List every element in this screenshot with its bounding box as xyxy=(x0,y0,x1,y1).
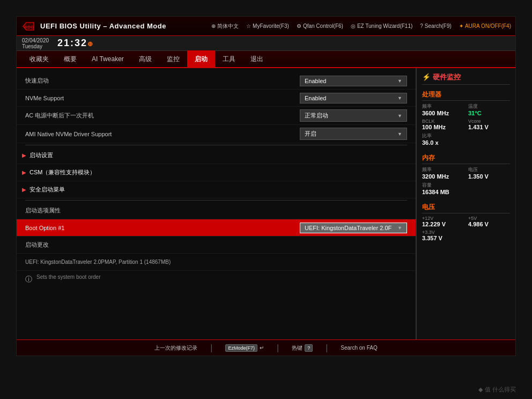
last-change-btn[interactable]: 上一次的修改记录 xyxy=(154,344,197,352)
copyright-bar: Version 2.17.1246. Copyright (C) 2019 Am… xyxy=(17,356,515,356)
search-faq-btn[interactable]: Search on FAQ xyxy=(341,345,377,351)
date-display: 02/04/2020 Tuesday xyxy=(22,38,49,49)
boot-option-attr-label: 启动选项属性 xyxy=(25,206,407,215)
ez-tuning-btn[interactable]: ◎ EZ Tuning Wizard(F11) xyxy=(351,23,412,29)
bclk-item: BCLK 100 MHz xyxy=(422,119,464,130)
ami-nvme-dropdown[interactable]: 开启 ▼ xyxy=(300,128,407,140)
vcore-value: 1.431 V xyxy=(468,124,510,130)
setting-row-nvme: NVMe Support Enabled ▼ xyxy=(17,90,416,107)
language-btn[interactable]: ⊕ 简体中文 xyxy=(211,23,239,30)
dropdown-arrow-icon: ▼ xyxy=(397,78,402,84)
header-left: ROG UEFI BIOS Utility – Advanced Mode xyxy=(21,21,166,32)
mem-freq-value: 3200 MHz xyxy=(422,173,464,180)
search-faq-label: Search on FAQ xyxy=(341,345,377,351)
boot-device-label: UEFI: KingstonDataTraveler 2.0PMAP, Part… xyxy=(25,259,407,265)
mem-freq-label: 频率 xyxy=(422,166,464,173)
nav-item-启动[interactable]: 启动 xyxy=(187,50,215,68)
nvme-value[interactable]: Enabled ▼ xyxy=(300,93,407,104)
nav-item-退出[interactable]: 退出 xyxy=(243,50,271,68)
watermark-text: 值 什么得买 xyxy=(485,386,516,394)
mem-cap-item: 容量 16384 MB xyxy=(422,182,464,195)
ami-nvme-label: AMI Native NVMe Driver Support xyxy=(25,131,300,137)
cpu-freq-item: 频率 3600 MHz xyxy=(422,103,464,116)
info-icon: ⓘ xyxy=(25,275,32,284)
nav-item-工具[interactable]: 工具 xyxy=(215,50,243,68)
boot-option-1-row[interactable]: Boot Option #1 UEFI: KingstonDataTravele… xyxy=(17,219,416,237)
5v-item: +5V 4.986 V xyxy=(468,216,510,227)
ac-power-label: AC 电源中断后下一次开机 xyxy=(25,112,300,120)
aura-btn[interactable]: ✦ AURA ON/OFF(F4) xyxy=(459,23,511,29)
hotkey-key: ? xyxy=(305,344,313,352)
bios-title: UEFI BIOS Utility – Advanced Mode xyxy=(40,22,166,30)
nvme-dropdown[interactable]: Enabled ▼ xyxy=(300,93,407,104)
boot-change-row: 启动更改 xyxy=(17,237,416,254)
setting-row-ac-power: AC 电源中断后下一次开机 正常启动 ▼ xyxy=(17,107,416,125)
search-btn[interactable]: ? Search(F9) xyxy=(420,23,452,29)
volt-section-title: 电压 xyxy=(422,201,510,213)
watermark: ◆ 值 什么得买 xyxy=(478,386,516,394)
section-csm[interactable]: ▶ CSM（兼容性支持模块） xyxy=(17,164,416,181)
arrow-right-icon: ▶ xyxy=(22,152,26,158)
5v-value: 4.986 V xyxy=(468,221,510,227)
nav-item-收藏夹[interactable]: 收藏夹 xyxy=(22,50,56,68)
nav-menu: 收藏夹概要AI Tweaker高级监控启动工具退出 xyxy=(17,51,515,68)
rog-logo-icon: ROG xyxy=(21,21,36,32)
boot-option-1-dropdown[interactable]: UEFI: KingstonDataTraveler 2.0F ▼ xyxy=(300,223,407,233)
target-icon: ◎ xyxy=(351,23,356,29)
section-secure-boot[interactable]: ▶ 安全启动菜单 xyxy=(17,181,416,198)
nav-item-概要[interactable]: 概要 xyxy=(56,50,84,68)
last-change-label: 上一次的修改记录 xyxy=(154,344,197,352)
hw-monitor-title: ⚡ 硬件监控 xyxy=(422,71,510,85)
cpu-freq-value: 3600 MHz xyxy=(422,110,464,116)
mem-volt-item: 电压 1.350 V xyxy=(468,166,510,180)
nav-item-AI Tweaker[interactable]: AI Tweaker xyxy=(84,50,131,68)
top-header: ROG UEFI BIOS Utility – Advanced Mode ⊕ … xyxy=(17,17,515,36)
myfavorite-btn[interactable]: ☆ MyFavorite(F3) xyxy=(246,23,289,29)
dropdown-arrow-icon: ▼ xyxy=(397,225,402,231)
dropdown-arrow-icon: ▼ xyxy=(397,131,402,137)
ratio-item: 比率 36.0 x xyxy=(422,132,464,146)
aura-icon: ✦ xyxy=(459,23,463,29)
secure-boot-label: ▶ 安全启动菜单 xyxy=(22,186,410,194)
divider xyxy=(25,145,407,145)
nav-item-监控[interactable]: 监控 xyxy=(159,50,187,68)
fast-boot-dropdown[interactable]: Enabled ▼ xyxy=(300,76,407,86)
ez-mode-btn[interactable]: EzMode(F7) ↵ xyxy=(225,344,264,352)
datetime-bar: 02/04/2020 Tuesday 21:32⊕ xyxy=(17,36,515,51)
ami-nvme-value[interactable]: 开启 ▼ xyxy=(300,128,407,140)
ac-power-value[interactable]: 正常启动 ▼ xyxy=(300,109,407,122)
cpu-temp-value: 31°C xyxy=(468,110,510,116)
dropdown-arrow-icon: ▼ xyxy=(397,95,402,101)
nav-item-高级[interactable]: 高级 xyxy=(131,50,159,68)
cpu-grid: 频率 3600 MHz 温度 31°C BCLK 100 MHz Vcore 1… xyxy=(422,103,510,147)
watermark-icon: ◆ xyxy=(478,386,483,393)
mem-section-title: 内存 xyxy=(422,151,510,164)
right-panel: ⚡ 硬件监控 处理器 频率 3600 MHz 温度 31°C BCLK xyxy=(416,68,515,339)
ac-power-dropdown[interactable]: 正常启动 ▼ xyxy=(300,109,407,122)
bios-screen: ROG UEFI BIOS Utility – Advanced Mode ⊕ … xyxy=(16,16,516,356)
boot-option-1-value[interactable]: UEFI: KingstonDataTraveler 2.0F ▼ xyxy=(300,223,407,233)
vcore-item: Vcore 1.431 V xyxy=(468,119,510,130)
mem-volt-value: 1.350 V xyxy=(468,173,510,180)
info-text: Sets the system boot order xyxy=(36,274,101,280)
search-icon: ? xyxy=(420,23,423,29)
3v-label: +3.3V xyxy=(422,230,464,235)
monitor-bezel: ROG UEFI BIOS Utility – Advanced Mode ⊕ … xyxy=(0,0,532,399)
mem-volt-label: 电压 xyxy=(468,166,510,173)
ez-mode-key: EzMode(F7) xyxy=(225,344,257,352)
setting-row-ami-nvme: AMI Native NVMe Driver Support 开启 ▼ xyxy=(17,125,416,143)
star-icon: ☆ xyxy=(246,23,251,29)
5v-label: +5V xyxy=(468,216,510,221)
qfan-btn[interactable]: ⚙ Qfan Control(F6) xyxy=(297,23,343,29)
hotkey-btn[interactable]: 热键 ? xyxy=(292,344,313,352)
cpu-section-title: 处理器 xyxy=(422,88,510,101)
nvme-label: NVMe Support xyxy=(25,95,300,101)
divider xyxy=(25,200,407,201)
setting-row-fast-boot: 快速启动 Enabled ▼ xyxy=(17,72,416,90)
bclk-value: 100 MHz xyxy=(422,124,464,130)
mem-grid: 频率 3200 MHz 电压 1.350 V 容量 16384 MB xyxy=(422,166,510,196)
fast-boot-value[interactable]: Enabled ▼ xyxy=(300,76,407,86)
cpu-temp-label: 温度 xyxy=(468,103,510,110)
mem-cap-label: 容量 xyxy=(422,182,464,189)
section-boot-settings[interactable]: ▶ 启动设置 xyxy=(17,147,416,164)
